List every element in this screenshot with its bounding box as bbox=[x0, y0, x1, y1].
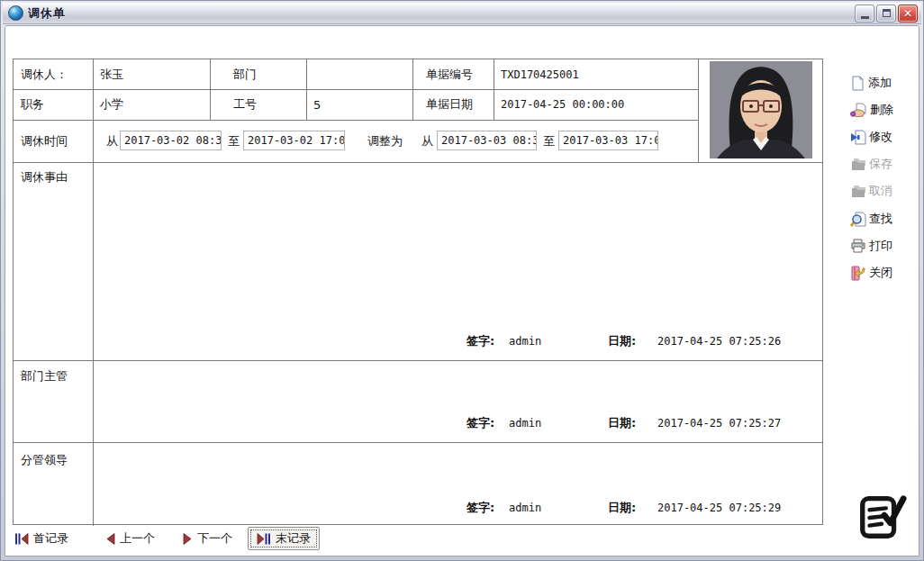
minimize-icon bbox=[861, 16, 869, 19]
emp-no-value: 5 bbox=[313, 89, 321, 120]
last-record-label: 末记录 bbox=[276, 530, 311, 547]
close-window-button[interactable]: ✕ bbox=[898, 5, 918, 23]
next-record-label: 下一个 bbox=[197, 530, 232, 547]
adjust-label: 调整为 bbox=[367, 120, 403, 162]
reason-date-value: 2017-04-25 07:25:26 bbox=[657, 335, 781, 348]
title-bar[interactable]: 调休单 ✕ bbox=[3, 3, 921, 24]
form-area: 调休人： 张玉 部门 单据编号 TXD170425001 职务 小学 工号 5 … bbox=[5, 25, 919, 556]
doc-no-label: 单据编号 bbox=[426, 59, 473, 89]
document-check-icon bbox=[856, 491, 908, 543]
maximize-button[interactable] bbox=[876, 5, 896, 23]
from-label-2: 从 bbox=[421, 120, 433, 162]
next-record-icon bbox=[183, 533, 193, 545]
save-button: 保存 bbox=[850, 154, 892, 174]
reason-sign-label: 签字: bbox=[467, 333, 494, 349]
find-label: 查找 bbox=[869, 211, 892, 227]
delete-button[interactable]: 删除 bbox=[850, 100, 893, 120]
modify-icon bbox=[850, 130, 866, 145]
cancel-button: 取消 bbox=[850, 181, 892, 201]
first-record-label: 首记录 bbox=[33, 530, 68, 547]
table-grid-line bbox=[14, 442, 822, 443]
table-grid-line bbox=[93, 59, 94, 526]
window-title: 调休单 bbox=[28, 5, 66, 22]
delete-icon bbox=[850, 103, 867, 118]
print-icon bbox=[850, 239, 866, 253]
delete-label: 删除 bbox=[870, 102, 893, 118]
table-grid-line bbox=[698, 59, 699, 162]
leave-form-table: 调休人： 张玉 部门 单据编号 TXD170425001 职务 小学 工号 5 … bbox=[13, 59, 823, 525]
save-icon bbox=[850, 157, 866, 171]
person-label: 调休人： bbox=[21, 59, 68, 89]
modify-button[interactable]: 修改 bbox=[850, 127, 892, 147]
prev-record-icon bbox=[105, 533, 115, 545]
app-globe-icon bbox=[8, 5, 23, 21]
orig-to-input[interactable]: 2017-03-02 17:00: bbox=[243, 131, 345, 150]
job-title-label: 职务 bbox=[21, 89, 44, 120]
new-to-input[interactable]: 2017-03-03 17:00: bbox=[558, 131, 658, 150]
doc-no-value: TXD170425001 bbox=[501, 59, 579, 89]
person-value: 张玉 bbox=[100, 59, 123, 89]
close-form-label: 关闭 bbox=[869, 265, 892, 281]
close-form-button[interactable]: 关闭 bbox=[850, 263, 892, 283]
emp-no-label: 工号 bbox=[233, 89, 257, 120]
table-grid-line bbox=[14, 162, 822, 163]
employee-photo bbox=[710, 61, 812, 158]
reason-label: 调休事由 bbox=[21, 169, 68, 185]
prev-record-button[interactable]: 上一个 bbox=[105, 529, 155, 548]
print-label: 打印 bbox=[869, 238, 892, 254]
save-label: 保存 bbox=[869, 156, 892, 172]
prev-record-label: 上一个 bbox=[120, 530, 155, 547]
doc-date-label: 单据日期 bbox=[426, 89, 473, 120]
find-button[interactable]: 查找 bbox=[850, 209, 892, 229]
maximize-icon bbox=[883, 9, 891, 17]
add-icon bbox=[850, 76, 865, 91]
leader-date-value: 2017-04-25 07:25:29 bbox=[657, 502, 781, 514]
print-button[interactable]: 打印 bbox=[850, 236, 892, 256]
find-icon bbox=[850, 212, 866, 227]
orig-from-input[interactable]: 2017-03-02 08:30: bbox=[120, 131, 222, 150]
dept-manager-sign-value: admin bbox=[509, 417, 541, 430]
doc-date-value: 2017-04-25 00:00:00 bbox=[501, 89, 624, 120]
dept-manager-date-value: 2017-04-25 07:25:27 bbox=[657, 417, 781, 430]
close-form-icon bbox=[850, 266, 866, 281]
minimize-button[interactable] bbox=[855, 5, 874, 23]
cancel-icon bbox=[850, 184, 866, 198]
first-record-icon bbox=[14, 533, 29, 545]
new-from-input[interactable]: 2017-03-03 08:30: bbox=[437, 131, 537, 150]
table-grid-line bbox=[14, 360, 822, 361]
from-label-1: 从 bbox=[106, 120, 118, 162]
first-record-button[interactable]: 首记录 bbox=[14, 529, 68, 548]
leader-date-label: 日期: bbox=[608, 500, 636, 516]
window-controls: ✕ bbox=[855, 5, 918, 23]
dept-manager-label: 部门主管 bbox=[21, 368, 68, 385]
dept-manager-date-label: 日期: bbox=[608, 415, 636, 431]
last-record-button[interactable]: 末记录 bbox=[248, 527, 320, 550]
checklist-logo-icon bbox=[856, 491, 908, 543]
next-record-button[interactable]: 下一个 bbox=[183, 529, 232, 548]
modify-label: 修改 bbox=[869, 129, 892, 145]
to-label-2: 至 bbox=[543, 120, 555, 162]
app-window: 调休单 ✕ 调休人： 张玉 部门 单据编号 T bbox=[0, 0, 924, 561]
to-label-1: 至 bbox=[228, 120, 240, 162]
job-title-value: 小学 bbox=[100, 89, 123, 120]
reason-sign-value: admin bbox=[509, 335, 541, 348]
close-icon: ✕ bbox=[903, 8, 912, 19]
dept-label: 部门 bbox=[233, 59, 257, 89]
dept-manager-sign-label: 签字: bbox=[467, 415, 494, 431]
last-record-icon bbox=[257, 533, 271, 545]
time-row-label: 调休时间 bbox=[21, 120, 68, 162]
add-button[interactable]: 添加 bbox=[850, 73, 892, 93]
employee-photo-image bbox=[710, 61, 812, 158]
leader-label: 分管领导 bbox=[21, 452, 68, 468]
add-label: 添加 bbox=[868, 75, 892, 91]
cancel-label: 取消 bbox=[869, 183, 892, 199]
leader-sign-value: admin bbox=[509, 502, 541, 514]
leader-sign-label: 签字: bbox=[467, 500, 494, 516]
reason-date-label: 日期: bbox=[608, 333, 636, 349]
